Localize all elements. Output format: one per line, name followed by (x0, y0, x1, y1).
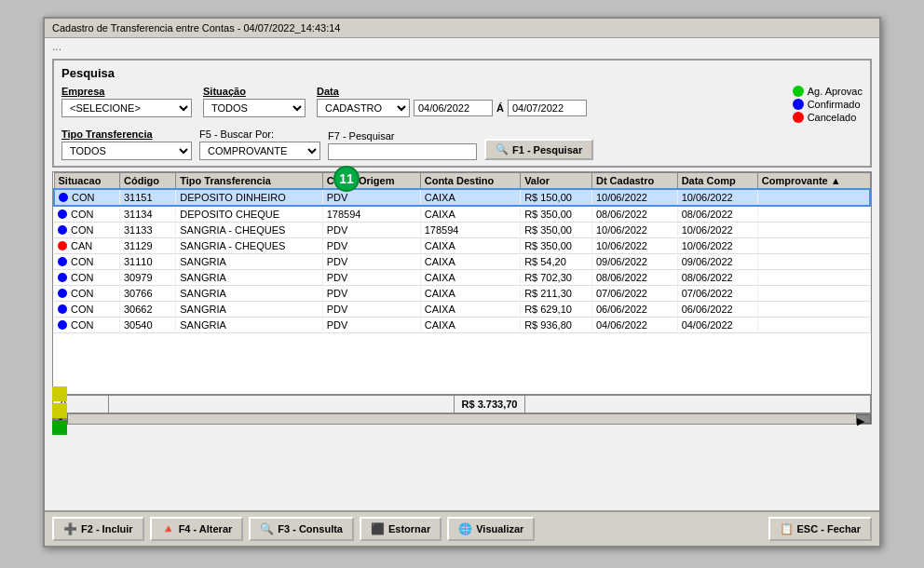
date-to-input[interactable] (508, 100, 587, 116)
left-buttons: ➕ F2 - Incluir 🔺 F4 - Alterar 🔍 F3 - Con… (52, 517, 535, 541)
cell-valor: R$ 150,00 (521, 189, 592, 206)
search-row-1: Empresa <SELECIONE> Situação TODOS Data … (61, 86, 863, 123)
cell-tipo: SANGRIA (176, 286, 322, 302)
cell-codigo: 31134 (120, 206, 176, 223)
status-dot (58, 320, 67, 330)
bottom-buttons: ➕ F2 - Incluir 🔺 F4 - Alterar 🔍 F3 - Con… (45, 510, 879, 546)
estornar-button[interactable]: ⬛ Estornar (360, 517, 442, 541)
col-data-comp: Data Comp (677, 173, 757, 190)
cell-destino: CAIXA (420, 318, 520, 333)
footer-spacer (109, 396, 455, 412)
cell-situacao: CON (54, 206, 120, 223)
table-header-row: Situacao Código Tipo Transferencia Conta… (54, 173, 870, 190)
ag-aprovac-label: Ag. Aprovac (808, 86, 863, 97)
cell-comprovante (757, 318, 870, 333)
situacao-text: CON (71, 272, 93, 283)
date-range: CADASTRO Á (317, 99, 587, 117)
table-row[interactable]: CON 31110 SANGRIA PDV CAIXA R$ 54,20 09/… (54, 254, 870, 270)
cell-dt-cadastro: 07/06/2022 (591, 286, 677, 302)
situacao-group: Situação TODOS (203, 86, 306, 117)
table-row[interactable]: CON 31133 SANGRIA - CHEQUES PDV 178594 R… (54, 223, 870, 238)
cell-tipo: SANGRIA - CHEQUES (176, 223, 322, 238)
cell-codigo: 31129 (120, 238, 176, 254)
col-destino: Conta Destino (420, 173, 520, 190)
cell-data-comp: 06/06/2022 (677, 302, 757, 318)
cell-valor: R$ 211,30 (521, 286, 592, 302)
pesquisar-button[interactable]: 🔍 F1 - Pesquisar (484, 139, 593, 160)
incluir-button[interactable]: ➕ F2 - Incluir (52, 517, 144, 541)
table-row[interactable]: CON 30540 SANGRIA PDV CAIXA R$ 936,80 04… (54, 318, 870, 333)
cell-dt-cadastro: 10/06/2022 (591, 238, 677, 254)
fechar-button[interactable]: 📋 ESC - Fechar (768, 517, 872, 541)
cell-origem: PDV (322, 238, 420, 254)
buscar-select[interactable]: COMPROVANTE (199, 142, 320, 160)
cell-valor: R$ 702,30 (521, 270, 592, 286)
cell-data-comp: 10/06/2022 (677, 223, 757, 238)
cell-destino: CAIXA (420, 254, 520, 270)
empresa-group: Empresa <SELECIONE> (61, 86, 192, 117)
date-from-input[interactable] (414, 100, 493, 116)
cell-tipo: SANGRIA (176, 254, 322, 270)
consulta-button[interactable]: 🔍 F3 - Consulta (249, 517, 354, 541)
situacao-text: CON (71, 256, 93, 267)
situacao-text: CON (71, 319, 93, 331)
cell-origem: PDV (322, 223, 420, 238)
cell-situacao: CON (54, 189, 120, 206)
estornar-label: Estornar (388, 523, 430, 534)
ag-aprovac-dot (793, 86, 804, 97)
table-row[interactable]: CON 31134 DEPOSITO CHEQUE 178594 CAIXA R… (54, 206, 870, 223)
search-section: Pesquisa Empresa <SELECIONE> Situação TO… (52, 59, 872, 168)
legend-confirmado: Confirmado (793, 99, 863, 110)
cell-origem: PDV (322, 286, 420, 302)
status-dot (58, 273, 67, 282)
empresa-select[interactable]: <SELECIONE> (61, 99, 192, 117)
footer-total: R$ 3.733,70 (455, 396, 526, 412)
table-row[interactable]: CAN 31129 SANGRIA - CHEQUES PDV CAIXA R$… (54, 238, 870, 254)
f7-group: F7 - Pesquisar (328, 130, 477, 160)
cell-destino: CAIXA (420, 270, 520, 286)
cell-codigo: 31151 (120, 189, 176, 206)
cell-situacao: CON (54, 223, 120, 238)
legend: Ag. Aprovac Confirmado Cancelado (793, 86, 863, 123)
tipo-group: Tipo Transferencia TODOS (61, 128, 192, 160)
tipo-select[interactable]: TODOS (61, 142, 192, 160)
table-row[interactable]: CON 31151 DEPOSITO DINHEIRO PDV CAIXA R$… (54, 189, 870, 206)
situacao-select[interactable]: TODOS (203, 99, 306, 117)
data-type-select[interactable]: CADASTRO (317, 99, 410, 117)
data-label: Data (317, 86, 587, 97)
dots: ... (45, 38, 879, 55)
estornar-icon: ⬛ (371, 522, 385, 535)
cell-data-comp: 10/06/2022 (677, 189, 757, 206)
cell-comprovante (757, 286, 870, 302)
badge-11: 11 (333, 166, 360, 192)
cell-tipo: SANGRIA (176, 318, 322, 333)
cancelado-dot (793, 112, 804, 123)
table-row[interactable]: CON 30662 SANGRIA PDV CAIXA R$ 629,10 06… (54, 302, 870, 318)
consulta-icon: 🔍 (260, 522, 274, 535)
cell-tipo: DEPOSITO DINHEIRO (176, 189, 322, 206)
strip-yellow2 (52, 403, 67, 418)
incluir-label: F2 - Incluir (81, 523, 133, 534)
search-input[interactable] (328, 143, 477, 160)
situacao-text: CON (71, 209, 93, 220)
incluir-icon: ➕ (63, 522, 77, 535)
search-row-2: Tipo Transferencia TODOS F5 - Buscar Por… (61, 128, 863, 160)
alterar-button[interactable]: 🔺 F4 - Alterar (150, 517, 244, 541)
horizontal-scrollbar[interactable]: ◀ ▶ (52, 413, 872, 425)
pesquisar-label: F1 - Pesquisar (512, 144, 582, 156)
cell-dt-cadastro: 09/06/2022 (591, 254, 677, 270)
status-dot (58, 225, 67, 235)
cell-origem: PDV (322, 302, 420, 318)
color-side-strip (52, 386, 69, 435)
window-title: Cadastro de Transferencia entre Contas -… (52, 22, 340, 34)
cell-dt-cadastro: 06/06/2022 (591, 302, 677, 318)
status-dot (58, 289, 67, 298)
visualizar-button[interactable]: 🌐 Visualizar (447, 517, 535, 541)
table-row[interactable]: CON 30766 SANGRIA PDV CAIXA R$ 211,30 07… (54, 286, 870, 302)
table-row[interactable]: CON 30979 SANGRIA PDV CAIXA R$ 702,30 08… (54, 270, 870, 286)
date-separator: Á (496, 102, 504, 114)
cell-destino: CAIXA (420, 302, 520, 318)
legend-cancelado: Cancelado (793, 112, 863, 123)
scroll-right-btn[interactable]: ▶ (856, 414, 871, 424)
strip-green (52, 420, 67, 435)
